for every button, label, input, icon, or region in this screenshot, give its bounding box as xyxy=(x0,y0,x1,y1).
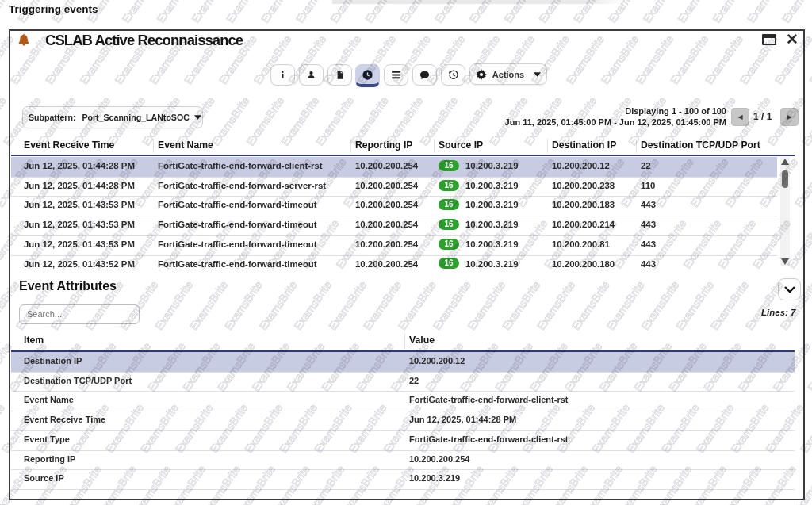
svg-text:ExamsBrite: ExamsBrite xyxy=(154,0,197,25)
svg-text:ExamsBrite: ExamsBrite xyxy=(641,0,684,25)
svg-text:ExamsBrite: ExamsBrite xyxy=(710,0,753,25)
svg-text:ExamsBrite: ExamsBrite xyxy=(259,0,301,25)
svg-text:ExamsBrite: ExamsBrite xyxy=(779,0,812,25)
svg-text:ExamsBrite: ExamsBrite xyxy=(120,0,163,25)
svg-text:ExamsBrite: ExamsBrite xyxy=(0,94,9,148)
svg-text:ExamsBrite: ExamsBrite xyxy=(805,340,812,394)
svg-text:ExamsBrite: ExamsBrite xyxy=(293,0,336,25)
svg-text:ExamsBrite: ExamsBrite xyxy=(0,401,7,455)
svg-text:ExamsBrite: ExamsBrite xyxy=(745,0,787,25)
svg-text:ExamsBrite: ExamsBrite xyxy=(0,155,2,209)
svg-text:ExamsBrite: ExamsBrite xyxy=(675,0,718,25)
svg-text:ExamsBrite: ExamsBrite xyxy=(189,0,232,25)
svg-text:ExamsBrite: ExamsBrite xyxy=(806,33,812,86)
svg-text:ExamsBrite: ExamsBrite xyxy=(224,0,266,25)
